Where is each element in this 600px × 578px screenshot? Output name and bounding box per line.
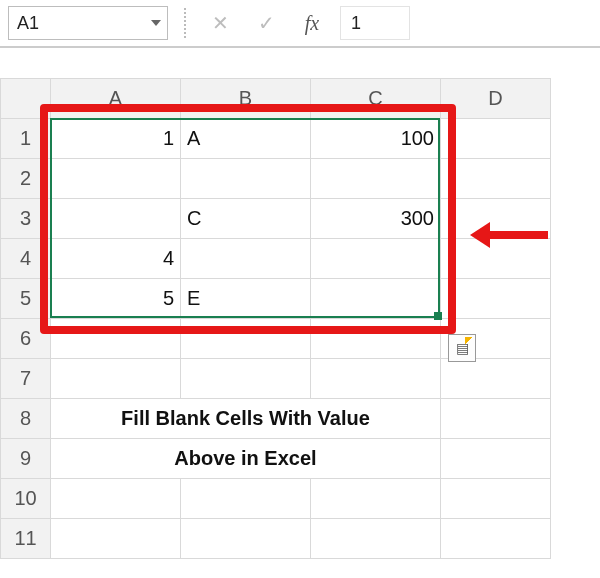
cell-b5[interactable]: E xyxy=(181,279,311,319)
cell-d9[interactable] xyxy=(441,439,551,479)
cell-d11[interactable] xyxy=(441,519,551,559)
cell-b2[interactable] xyxy=(181,159,311,199)
cell-c6[interactable] xyxy=(311,319,441,359)
cell-b4[interactable] xyxy=(181,239,311,279)
cell-b3[interactable]: C xyxy=(181,199,311,239)
row-header-1[interactable]: 1 xyxy=(1,119,51,159)
cell-a6[interactable] xyxy=(51,319,181,359)
worksheet-grid: A B C D 1 1 A 100 2 3 C 300 4 4 5 5 E xyxy=(0,78,600,559)
cell-b6[interactable] xyxy=(181,319,311,359)
cell-a10[interactable] xyxy=(51,479,181,519)
cell-c2[interactable] xyxy=(311,159,441,199)
cell-b10[interactable] xyxy=(181,479,311,519)
row-header-2[interactable]: 2 xyxy=(1,159,51,199)
cell-a3[interactable] xyxy=(51,199,181,239)
cell-d2[interactable] xyxy=(441,159,551,199)
cell-c3[interactable]: 300 xyxy=(311,199,441,239)
name-box-value: A1 xyxy=(17,13,39,34)
col-header-a[interactable]: A xyxy=(51,79,181,119)
fx-icon: fx xyxy=(305,12,319,35)
row-header-4[interactable]: 4 xyxy=(1,239,51,279)
cell-d7[interactable] xyxy=(441,359,551,399)
cell-b11[interactable] xyxy=(181,519,311,559)
col-header-b[interactable]: B xyxy=(181,79,311,119)
row-header-5[interactable]: 5 xyxy=(1,279,51,319)
cell-c11[interactable] xyxy=(311,519,441,559)
col-header-d[interactable]: D xyxy=(441,79,551,119)
cell-d5[interactable] xyxy=(441,279,551,319)
cell-d8[interactable] xyxy=(441,399,551,439)
select-all[interactable] xyxy=(1,79,51,119)
cell-b1[interactable]: A xyxy=(181,119,311,159)
row-header-11[interactable]: 11 xyxy=(1,519,51,559)
cell-a5[interactable]: 5 xyxy=(51,279,181,319)
cell-c7[interactable] xyxy=(311,359,441,399)
cell-c4[interactable] xyxy=(311,239,441,279)
cell-a7[interactable] xyxy=(51,359,181,399)
col-header-c[interactable]: C xyxy=(311,79,441,119)
cancel-button[interactable]: ✕ xyxy=(202,8,238,38)
cell-d1[interactable] xyxy=(441,119,551,159)
cell-c5[interactable] xyxy=(311,279,441,319)
row-header-7[interactable]: 7 xyxy=(1,359,51,399)
cell-a11[interactable] xyxy=(51,519,181,559)
cell-d10[interactable] xyxy=(441,479,551,519)
banner-line-1[interactable]: Fill Blank Cells With Value xyxy=(51,399,441,439)
cell-b7[interactable] xyxy=(181,359,311,399)
cell-c10[interactable] xyxy=(311,479,441,519)
row-header-8[interactable]: 8 xyxy=(1,399,51,439)
separator xyxy=(184,8,186,38)
annotation-arrow-icon xyxy=(470,222,548,248)
formula-input[interactable]: 1 xyxy=(340,6,410,40)
insert-function-button[interactable]: fx xyxy=(294,8,330,38)
cell-a1[interactable]: 1 xyxy=(51,119,181,159)
cell-a2[interactable] xyxy=(51,159,181,199)
quick-analysis-icon[interactable]: ▤ xyxy=(448,334,476,362)
banner-line-2[interactable]: Above in Excel xyxy=(51,439,441,479)
name-box[interactable]: A1 xyxy=(8,6,168,40)
row-header-10[interactable]: 10 xyxy=(1,479,51,519)
chevron-down-icon[interactable] xyxy=(151,20,161,26)
cell-a4[interactable]: 4 xyxy=(51,239,181,279)
enter-button[interactable]: ✓ xyxy=(248,8,284,38)
sheet-table[interactable]: A B C D 1 1 A 100 2 3 C 300 4 4 5 5 E xyxy=(0,78,551,559)
row-header-9[interactable]: 9 xyxy=(1,439,51,479)
row-header-3[interactable]: 3 xyxy=(1,199,51,239)
cell-c1[interactable]: 100 xyxy=(311,119,441,159)
formula-input-value: 1 xyxy=(351,13,361,34)
x-icon: ✕ xyxy=(212,11,229,35)
formula-bar: A1 ✕ ✓ fx 1 xyxy=(0,0,600,48)
row-header-6[interactable]: 6 xyxy=(1,319,51,359)
check-icon: ✓ xyxy=(258,11,275,35)
